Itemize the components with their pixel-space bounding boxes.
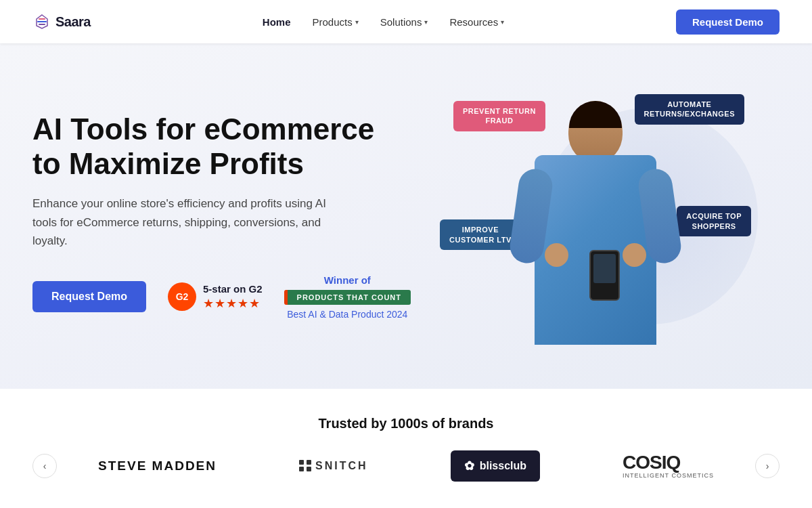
brand-blissclub: ✿ blissclub bbox=[437, 450, 554, 482]
blissclub-icon: ✿ bbox=[464, 459, 474, 473]
chevron-down-icon: ▾ bbox=[355, 18, 359, 26]
g2-label: 5-star on G2 bbox=[203, 283, 263, 295]
nav-products[interactable]: Products ▾ bbox=[313, 16, 359, 28]
winner-box: Winner of PRODUCTS THAT COUNT Best AI & … bbox=[284, 274, 411, 320]
brands-next-button[interactable]: › bbox=[755, 454, 780, 478]
products-count-badge: PRODUCTS THAT COUNT bbox=[284, 290, 411, 305]
g2-info: 5-star on G2 ★★★★★ bbox=[203, 283, 263, 311]
brand-snitch: SNITCH bbox=[286, 460, 382, 472]
chevron-down-icon: ▾ bbox=[424, 18, 428, 26]
hero-content: AI Tools for eCommerce to Maximize Profi… bbox=[32, 112, 411, 320]
logo-text: Saara bbox=[55, 14, 91, 30]
nav-home[interactable]: Home bbox=[263, 16, 291, 28]
brands-row: ‹ STEVE MADDEN SNITCH ✿ bli bbox=[32, 450, 780, 482]
request-demo-button-hero[interactable]: Request Demo bbox=[32, 281, 146, 312]
navbar: Saara Home Products ▾ Solutions ▾ Resour… bbox=[0, 0, 812, 43]
g2-stars: ★★★★★ bbox=[203, 296, 263, 311]
request-demo-button-nav[interactable]: Request Demo bbox=[676, 9, 780, 35]
hero-section: AI Tools for eCommerce to Maximize Profi… bbox=[0, 43, 812, 389]
float-label-acquire: ACQUIRE TOPSHOPPERS bbox=[677, 206, 751, 236]
nav-links: Home Products ▾ Solutions ▾ Resources ▾ bbox=[263, 16, 504, 28]
hero-title: AI Tools for eCommerce to Maximize Profi… bbox=[32, 112, 411, 181]
brands-prev-button[interactable]: ‹ bbox=[32, 454, 57, 478]
brands-title: Trusted by 1000s of brands bbox=[319, 416, 494, 431]
brands-list: STEVE MADDEN SNITCH ✿ blissclub bbox=[57, 450, 755, 482]
winner-label: Winner of bbox=[324, 274, 371, 286]
chevron-down-icon: ▾ bbox=[501, 18, 504, 26]
nav-solutions[interactable]: Solutions ▾ bbox=[380, 16, 428, 28]
hero-visual: PREVENT RETURNFRAUD AUTOMATERETURNS/EXCH… bbox=[411, 43, 780, 389]
brand-steve-madden: STEVE MADDEN bbox=[85, 459, 230, 473]
brands-section: Trusted by 1000s of brands ‹ STEVE MADDE… bbox=[0, 389, 812, 508]
winner-sub: Best AI & Data Product 2024 bbox=[287, 309, 407, 320]
g2-icon: G2 bbox=[168, 282, 196, 311]
hero-description: Enhance your online store's efficiency a… bbox=[32, 194, 344, 250]
brand-cosiq: COSIQ Intelligent Cosmetics bbox=[609, 453, 727, 479]
hero-cta-row: Request Demo G2 5-star on G2 ★★★★★ Winne… bbox=[32, 274, 411, 320]
snitch-grid-icon bbox=[299, 460, 311, 471]
nav-resources[interactable]: Resources ▾ bbox=[449, 16, 504, 28]
g2-badge: G2 5-star on G2 ★★★★★ bbox=[168, 282, 263, 311]
hero-illustration: PREVENT RETURNFRAUD AUTOMATERETURNS/EXCH… bbox=[433, 74, 758, 358]
logo[interactable]: Saara bbox=[32, 12, 91, 31]
